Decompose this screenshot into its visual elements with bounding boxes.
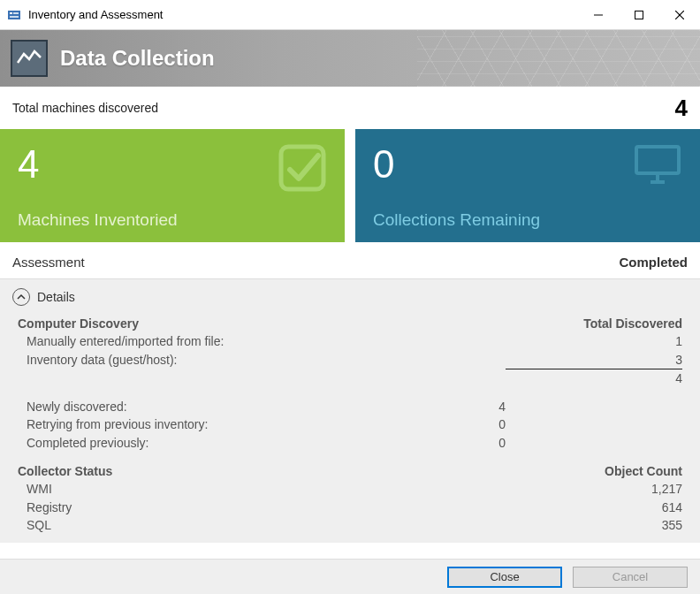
discovery-header: Computer Discovery Total Discovered [18,315,682,332]
details-toggle[interactable]: Details [12,288,688,306]
discovery-sum: 4 [18,369,682,387]
total-value: 4 [675,95,688,122]
row-value: 0 [399,415,506,433]
details-label: Details [37,290,75,304]
checkbox-icon [278,143,327,195]
total-label: Total machines discovered [12,101,158,115]
row-label: Inventory data (guest/host): [27,351,506,369]
tile-inventoried: 4 Machines Inventoried [0,129,345,242]
row-value: 0 [399,434,506,452]
discovery-row: Inventory data (guest/host): 3 [18,351,682,369]
discovery-extra-row: Newly discovered: 4 [18,398,682,415]
chevron-up-icon [12,288,30,306]
row-value: 614 [506,499,682,516]
row-label: Newly discovered: [27,398,399,415]
svg-rect-3 [10,16,19,18]
tile-inventoried-label: Machines Inventoried [18,210,327,230]
app-icon [7,8,21,22]
banner-pattern [417,30,700,87]
tile-remaining-label: Collections Remaining [373,210,682,230]
minimize-button[interactable] [578,0,619,29]
row-value: 4 [399,398,506,415]
cancel-button: Cancel [573,567,688,588]
svg-rect-5 [635,11,643,19]
window-controls [578,0,700,29]
discovery-extra-row: Completed previously: 0 [18,434,682,452]
row-value: 1 [506,332,682,350]
row-value: 1,217 [506,480,682,498]
collector-count-label: Object Count [506,462,682,480]
assessment-status: Completed [619,255,688,270]
collector-header: Collector Status Object Count [18,462,682,480]
monitor-icon [633,143,682,188]
titlebar: Inventory and Assessment [0,0,700,30]
details-body: Computer Discovery Total Discovered Manu… [12,315,688,537]
row-label: Completed previously: [27,434,399,452]
collector-row: WMI 1,217 [18,480,682,498]
row-label: SQL [27,516,506,534]
row-label: Manually entered/imported from file: [27,332,506,350]
svg-rect-2 [13,12,19,14]
tiles: 4 Machines Inventoried 0 Collections Rem… [0,129,700,242]
svg-rect-1 [10,12,12,14]
assessment-label: Assessment [12,255,85,270]
collector-row: Registry 614 [18,499,682,516]
discovery-sum-value: 4 [506,369,682,387]
row-value: 355 [506,516,682,534]
banner-title: Data Collection [60,46,215,71]
row-label: WMI [27,480,506,498]
window-title: Inventory and Assessment [28,8,578,21]
total-row: Total machines discovered 4 [0,87,700,129]
chart-icon [11,40,48,77]
discovery-row: Manually entered/imported from file: 1 [18,332,682,350]
details-section: Details Computer Discovery Total Discove… [0,278,700,543]
maximize-button[interactable] [619,0,659,29]
discovery-extra-row: Retrying from previous inventory: 0 [18,415,682,433]
assessment-row: Assessment Completed [0,242,700,278]
row-label: Retrying from previous inventory: [27,415,399,433]
close-button[interactable] [659,0,700,29]
collector-title: Collector Status [18,462,506,480]
footer: Close Cancel [0,559,700,594]
row-label: Registry [27,499,506,516]
discovery-total-label: Total Discovered [506,315,682,332]
collector-row: SQL 355 [18,516,682,534]
svg-rect-9 [636,147,679,173]
tile-remaining: 0 Collections Remaining [355,129,700,242]
svg-rect-0 [8,11,20,19]
close-dialog-button[interactable]: Close [447,567,562,588]
banner: Data Collection [0,30,700,87]
svg-rect-8 [281,147,323,189]
row-value: 3 [506,351,682,369]
discovery-title: Computer Discovery [18,315,506,332]
